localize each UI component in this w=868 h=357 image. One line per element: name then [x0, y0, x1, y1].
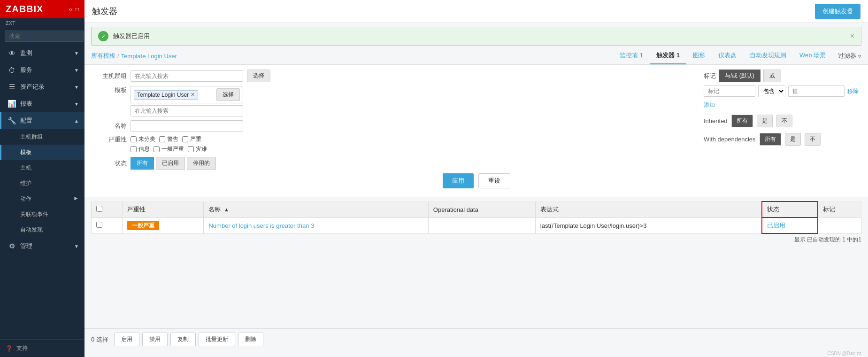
severity-warning[interactable]: 警告: [159, 135, 178, 143]
bottom-actions: 0 选择 启用 禁用 复制 批量更新 删除: [84, 328, 868, 350]
state-label: 状态: [94, 159, 127, 168]
sidebar-item-monitor[interactable]: 👁 监测 ▼: [0, 45, 84, 62]
severity-general[interactable]: 一般严重: [154, 145, 184, 153]
severity-disaster[interactable]: 灾难: [188, 145, 207, 153]
sidebar-sub-action[interactable]: 动作 ►: [0, 191, 84, 207]
trigger-name-link[interactable]: Number of login users is greater than 3: [208, 222, 314, 229]
name-input[interactable]: [131, 120, 243, 132]
filter-actions: 应用 重设: [94, 170, 859, 192]
inherited-row: Inherited 所有 是 不: [704, 115, 859, 127]
tag-logic-and-or-button[interactable]: 与/或 (默认): [719, 70, 760, 82]
severity-info-cb[interactable]: [131, 146, 137, 152]
service-icon: ⏱: [7, 66, 16, 74]
sidebar-item-service[interactable]: ⏱ 服务 ▼: [0, 62, 84, 78]
report-arrow: ▼: [74, 101, 79, 107]
delete-button[interactable]: 删除: [238, 333, 263, 346]
severity-info[interactable]: 信息: [131, 145, 150, 153]
row-severity: 一般严重: [123, 217, 204, 233]
dependencies-no-button[interactable]: 不: [805, 133, 821, 146]
enable-button[interactable]: 启用: [114, 333, 139, 346]
tab-triggers[interactable]: 触发器 1: [650, 47, 686, 64]
sidebar-sub-template[interactable]: 模板: [0, 145, 84, 160]
sidebar-sub-host[interactable]: 主机: [0, 160, 84, 176]
create-trigger-button[interactable]: 创建触发器: [815, 4, 860, 19]
sidebar-item-report[interactable]: 📊 报表 ▼: [0, 95, 84, 112]
col-tags: 标记: [818, 202, 861, 217]
severity-warning-cb[interactable]: [159, 136, 165, 142]
severity-unclassified-cb[interactable]: [131, 136, 137, 142]
sidebar-nav: 👁 监测 ▼ ⏱ 服务 ▼ ☰ 资产记录 ▼ 📊 报表 ▼ 🔧 配置 ▲ 主机: [0, 45, 84, 339]
manage-arrow: ▼: [74, 244, 79, 249]
sidebar-support-label: 支持: [16, 344, 28, 352]
severity-severe-cb[interactable]: [182, 136, 188, 142]
reset-button[interactable]: 重设: [478, 173, 510, 188]
name-label: 名称: [94, 122, 127, 130]
sidebar-logo: ZABBIX ‹‹ □: [0, 0, 84, 18]
row-checkbox[interactable]: [96, 222, 102, 228]
notification-bar: ✓ 触发器已启用 ×: [91, 27, 861, 46]
dependencies-all-button[interactable]: 所有: [760, 133, 781, 146]
support-icon: ❓: [6, 345, 13, 352]
severity-unclassified[interactable]: 未分类: [131, 135, 155, 143]
host-group-select-button[interactable]: 选择: [247, 70, 270, 82]
col-name: 名称 ▲: [204, 202, 428, 217]
select-all-checkbox[interactable]: [96, 206, 102, 212]
tab-auto-discover[interactable]: 自动发现规则: [743, 47, 793, 64]
tag-logic-or-button[interactable]: 或: [763, 70, 781, 82]
inherited-all-button[interactable]: 所有: [731, 115, 753, 127]
severity-general-cb[interactable]: [154, 146, 160, 152]
tag-value-input[interactable]: [788, 85, 845, 97]
tab-monitor-items[interactable]: 监控项 1: [613, 47, 650, 64]
sidebar-sub-corr-event[interactable]: 关联项事件: [0, 207, 84, 222]
template-select-button[interactable]: 选择: [216, 88, 240, 101]
disable-button[interactable]: 禁用: [142, 333, 168, 346]
sidebar-item-manage[interactable]: ⚙ 管理 ▼: [0, 238, 84, 255]
state-disabled-button[interactable]: 停用的: [187, 157, 216, 170]
close-notification-button[interactable]: ×: [850, 32, 854, 40]
expand-icon[interactable]: □: [76, 6, 79, 13]
col-operational: Operational data: [428, 202, 535, 217]
state-enabled-button[interactable]: 已启用: [156, 157, 185, 170]
collapse-icon[interactable]: ‹‹: [69, 6, 73, 13]
host-group-input[interactable]: [131, 70, 243, 82]
template-tag-remove[interactable]: ✕: [191, 92, 195, 98]
tag-contain-select[interactable]: 包含: [758, 85, 785, 97]
row-expression: last(/Template Login User/login.user)>3: [535, 217, 762, 233]
notification-text: 触发器已启用: [113, 32, 845, 40]
breadcrumb-all-templates[interactable]: 所有模板: [91, 52, 115, 60]
tag-name-input[interactable]: [704, 85, 755, 97]
sidebar-sub-maintenance[interactable]: 维护: [0, 176, 84, 191]
tag-remove-link[interactable]: 移除: [847, 87, 859, 95]
severity-severe[interactable]: 严重: [182, 135, 201, 143]
severity-disaster-cb[interactable]: [188, 146, 194, 152]
selection-count: 0 选择: [91, 335, 108, 344]
bulk-update-button[interactable]: 批量更新: [199, 333, 235, 346]
inherited-yes-button[interactable]: 是: [757, 115, 773, 127]
status-value[interactable]: 已启用: [767, 222, 785, 229]
sidebar-item-config[interactable]: 🔧 配置 ▲: [0, 112, 84, 129]
state-field: 状态 所有 已启用 停用的: [94, 157, 270, 170]
tab-web-scenario[interactable]: Web 场景: [793, 47, 832, 64]
tab-graphs[interactable]: 图形: [686, 47, 712, 64]
search-input[interactable]: [5, 31, 84, 42]
sidebar-sub-host-group[interactable]: 主机群组: [0, 129, 84, 145]
tag-add-link[interactable]: 添加: [704, 101, 859, 109]
copy-button[interactable]: 复制: [170, 333, 196, 346]
template-field: 模板 Template Login User ✕ 选择: [94, 86, 270, 116]
breadcrumb-template-name[interactable]: Template Login User: [121, 53, 177, 60]
sidebar-footer: ❓ 支持: [0, 339, 84, 357]
inherited-no-button[interactable]: 不: [776, 115, 792, 127]
sidebar-sub-auto-discover[interactable]: 自动发现: [0, 222, 84, 238]
sidebar-item-assets[interactable]: ☰ 资产记录 ▼: [0, 78, 84, 95]
monitor-arrow: ▼: [74, 51, 79, 56]
dependencies-yes-button[interactable]: 是: [785, 133, 801, 146]
filter-toggle-button[interactable]: 过滤器 ▿: [838, 52, 861, 60]
severity-row2: 信息 一般严重 灾难: [131, 145, 207, 153]
col-status: 状态: [762, 202, 818, 217]
tab-dashboard[interactable]: 仪表盘: [712, 47, 743, 64]
template-search-input[interactable]: [131, 105, 243, 116]
row-operational: [428, 217, 535, 233]
state-all-button[interactable]: 所有: [131, 157, 154, 170]
apply-button[interactable]: 应用: [443, 173, 474, 188]
name-sort-icon[interactable]: ▲: [224, 207, 229, 212]
